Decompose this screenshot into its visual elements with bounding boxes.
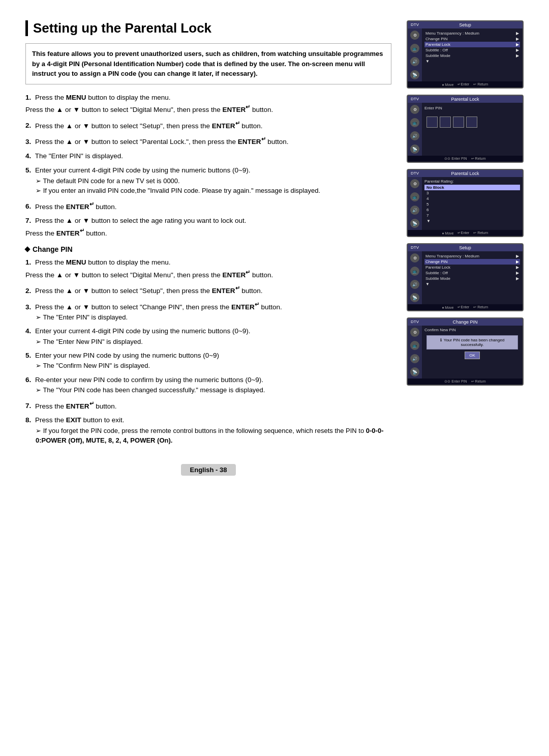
tv-body-2: ⚙ 📺 🔊 📡 Enter PIN bbox=[408, 103, 523, 156]
tv-icon: 📺 bbox=[410, 267, 419, 276]
tv-icon: ⚙ bbox=[410, 105, 419, 114]
tv-menu-row: Subtitle Mode▶ bbox=[424, 276, 520, 281]
change-pin-label: Change PIN bbox=[33, 245, 73, 253]
diamond-icon bbox=[24, 247, 30, 252]
list-item: 6. Press the ENTER button. bbox=[25, 200, 391, 212]
tv-footer-5: ⊙⊙ Enter PIN ↩ Return bbox=[408, 379, 523, 385]
list-item: 3. Press the ▲ or ▼ button to select "Ch… bbox=[25, 300, 391, 322]
tv-sidebar-4: ⚙ 📺 🔊 📡 bbox=[408, 251, 422, 304]
list-item: 4. Enter your current 4-digit PIN code b… bbox=[25, 326, 391, 346]
tv-icon: 🔊 bbox=[410, 131, 419, 140]
tv-icon: 📡 bbox=[410, 293, 419, 302]
tv-icon: 📡 bbox=[410, 144, 419, 154]
tv-icon: 📺 bbox=[410, 341, 419, 350]
rating-item: 5 bbox=[424, 201, 520, 207]
pin-box bbox=[466, 117, 477, 128]
pin-boxes bbox=[426, 117, 477, 128]
page-container: Setting up the Parental Lock This featur… bbox=[0, 0, 549, 499]
tv-icon: 📡 bbox=[410, 70, 419, 79]
tv-icon: 🔊 bbox=[410, 280, 419, 289]
tv-footer-4: ♦ Move ↵Enter ↩ Return bbox=[408, 304, 523, 310]
tv-icon: 📡 bbox=[410, 367, 419, 376]
list-item: 6. Re-enter your new PIN code to confirm… bbox=[25, 375, 391, 395]
tv-menu-row: ▼ bbox=[424, 281, 520, 287]
rating-item: 4 bbox=[424, 196, 520, 201]
tv-sidebar-3: ⚙ 📺 🔊 📡 bbox=[408, 177, 422, 230]
tv-menu-row: Menu Transparency : Medium▶ bbox=[424, 253, 520, 259]
tv-content-5: Confirm New PIN ℹYour PIN code has been … bbox=[422, 326, 523, 379]
rating-item: 7 bbox=[424, 213, 520, 218]
tv-content-3: Parental Rating: No Block 3 4 5 6 7 ▼ bbox=[422, 177, 523, 230]
enter-pin-label: Enter PIN bbox=[424, 106, 442, 110]
rating-item: ▼ bbox=[424, 218, 520, 224]
tv-icon: 📺 bbox=[410, 44, 419, 53]
tv-screen-1: DTV Setup ⚙ 📺 🔊 📡 Menu Transparency : Me… bbox=[407, 20, 524, 89]
pin-box bbox=[440, 117, 451, 128]
ok-button[interactable]: OK bbox=[465, 352, 480, 359]
tv-sidebar-5: ⚙ 📺 🔊 📡 bbox=[408, 326, 422, 379]
rating-item: No Block bbox=[424, 185, 520, 190]
list-item: 7. Press the ENTER button. bbox=[25, 399, 391, 412]
rating-item: 3 bbox=[424, 190, 520, 196]
intro-box: This feature allows you to prevent unaut… bbox=[25, 43, 391, 84]
list-item: 7. Press the ▲ or ▼ button to select the… bbox=[25, 216, 391, 238]
tv-header-1: DTV Setup bbox=[408, 21, 523, 28]
intro-text: This feature allows you to prevent unaut… bbox=[32, 50, 383, 77]
tv-icon: ⚙ bbox=[410, 179, 419, 188]
tv-icon: 📡 bbox=[410, 219, 419, 228]
tv-content-2: Enter PIN bbox=[422, 103, 523, 156]
tv-menu-row: Menu Transparency : Medium▶ bbox=[424, 31, 520, 36]
list-item: 5. Enter your new PIN code by using the … bbox=[25, 351, 391, 371]
tv-body-5: ⚙ 📺 🔊 📡 Confirm New PIN ℹYour PIN code h… bbox=[408, 326, 523, 379]
tv-sidebar-2: ⚙ 📺 🔊 📡 bbox=[408, 103, 422, 156]
list-item: 4. The "Enter PIN" is displayed. bbox=[25, 151, 391, 161]
tv-menu-row: ▼ bbox=[424, 59, 520, 64]
section1-list: 1. Press the MENU button to display the … bbox=[25, 93, 391, 239]
page-title: Setting up the Parental Lock bbox=[25, 20, 391, 36]
tv-menu-row: Parental Lock▶ bbox=[424, 265, 520, 270]
list-item: 2. Press the ▲ or ▼ button to select "Se… bbox=[25, 284, 391, 296]
tv-footer-1: ♦ Move ↵Enter ↩ Return bbox=[408, 81, 523, 88]
tv-footer-3: ♦ Move ↵Enter ↩ Return bbox=[408, 230, 523, 236]
tv-header-2: DTV Parental Lock bbox=[408, 96, 523, 103]
tv-header-3: DTV Parental Lock bbox=[408, 170, 523, 177]
tv-header-4: DTV Setup bbox=[408, 244, 523, 251]
page-footer: English - 38 bbox=[25, 461, 391, 479]
tv-menu-row-highlighted: Parental Lock▶ bbox=[424, 42, 520, 47]
list-item: 1. Press the MENU button to display the … bbox=[25, 257, 391, 280]
tv-icon: ⚙ bbox=[410, 328, 419, 337]
list-item: 1. Press the MENU button to display the … bbox=[25, 93, 391, 115]
rating-label: Parental Rating: bbox=[424, 179, 520, 184]
list-item: 8. Press the EXIT button to exit. If you… bbox=[25, 415, 391, 445]
tv-icon: 🔊 bbox=[410, 57, 419, 66]
tv-sidebar-1: ⚙ 📺 🔊 📡 bbox=[408, 28, 422, 81]
tv-footer-2: ⊙⊙ Enter PIN ↩ Return bbox=[408, 156, 523, 162]
tv-menu-row: Subtitle : Off▶ bbox=[424, 270, 520, 276]
change-pin-header: Change PIN bbox=[25, 245, 391, 253]
right-column: DTV Setup ⚙ 📺 🔊 📡 Menu Transparency : Me… bbox=[407, 20, 524, 479]
tv-icon: ⚙ bbox=[410, 31, 419, 40]
footer-badge: English - 38 bbox=[181, 464, 236, 476]
tv-screen-2: DTV Parental Lock ⚙ 📺 🔊 📡 Enter PIN bbox=[407, 95, 524, 163]
list-item: 5. Enter your current 4-digit PIN code b… bbox=[25, 165, 391, 195]
success-message: ℹYour PIN code has been changed successf… bbox=[426, 335, 518, 350]
tv-screen-3: DTV Parental Lock ⚙ 📺 🔊 📡 Parental Ratin… bbox=[407, 169, 524, 237]
tv-header-5: DTV Change PIN bbox=[408, 318, 523, 326]
rating-list: No Block 3 4 5 6 7 ▼ bbox=[424, 185, 520, 224]
tv-icon: 📺 bbox=[410, 192, 419, 201]
tv-icon: 🔊 bbox=[410, 206, 419, 215]
change-pin-list: 1. Press the MENU button to display the … bbox=[25, 257, 391, 445]
pin-box bbox=[426, 117, 438, 128]
tv-body-3: ⚙ 📺 🔊 📡 Parental Rating: No Block 3 4 5 … bbox=[408, 177, 523, 230]
tv-body-1: ⚙ 📺 🔊 📡 Menu Transparency : Medium▶ Chan… bbox=[408, 28, 523, 81]
confirm-pin-label: Confirm New PIN bbox=[424, 328, 520, 332]
list-item: 3. Press the ▲ or ▼ button to select "Pa… bbox=[25, 135, 391, 147]
left-column: Setting up the Parental Lock This featur… bbox=[25, 20, 391, 479]
tv-content-1: Menu Transparency : Medium▶ Change PIN▶ … bbox=[422, 28, 523, 81]
tv-menu-row: Change PIN▶ bbox=[424, 36, 520, 42]
pin-box bbox=[453, 117, 464, 128]
tv-icon: 📺 bbox=[410, 118, 419, 127]
rating-item: 6 bbox=[424, 207, 520, 213]
tv-screen-4: DTV Setup ⚙ 📺 🔊 📡 Menu Transparency : Me… bbox=[407, 243, 524, 311]
tv-menu-row: Subtitle Mode▶ bbox=[424, 53, 520, 59]
